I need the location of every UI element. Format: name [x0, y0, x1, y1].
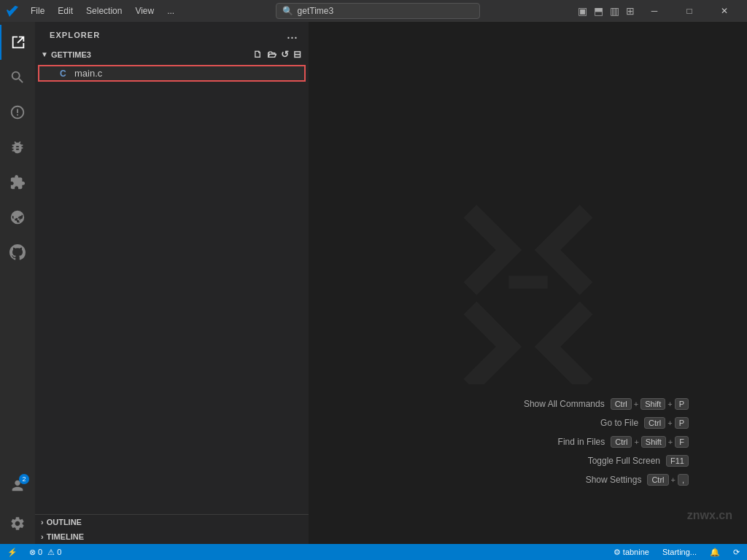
error-count: 0 — [38, 548, 42, 556]
status-bell[interactable]: 🔔 — [707, 548, 723, 557]
show-commands-label: Show All Commands — [524, 399, 605, 409]
activity-github[interactable] — [0, 235, 35, 270]
activity-git[interactable] — [0, 95, 35, 130]
search-box[interactable]: 🔍 getTime3 — [276, 3, 480, 19]
split-editor-layout[interactable]: ▥ — [607, 4, 622, 18]
show-commands-keys: Ctrl + Shift + P — [611, 398, 689, 410]
shortcut-toggle-fullscreen: Toggle Full Screen F11 — [524, 455, 689, 467]
outline-chevron — [41, 518, 44, 526]
status-remote[interactable]: ⚡ — [4, 548, 20, 557]
menu-bar: File Edit Selection View ... — [25, 4, 180, 18]
warning-icon: ⚠ — [47, 548, 55, 557]
shortcut-show-settings: Show Settings Ctrl + , — [524, 474, 689, 486]
key-comma: , — [678, 474, 689, 486]
folder-actions: 🗋 🗁 ↺ ⊟ — [252, 47, 303, 61]
new-file-icon[interactable]: 🗋 — [252, 47, 264, 61]
more-options-button[interactable]: ... — [285, 28, 300, 42]
explorer-section: ▼ GETTIME3 🗋 🗁 ↺ ⊟ C main.c — [35, 45, 309, 514]
vscode-watermark — [419, 180, 638, 386]
tabnine-label: tabnine — [623, 548, 649, 556]
toggle-panel-layout[interactable]: ⬒ — [591, 4, 605, 18]
activity-explorer[interactable] — [0, 25, 35, 60]
activity-account[interactable]: 2 — [0, 468, 35, 503]
shortcut-go-to-file: Go to File Ctrl + P — [524, 417, 689, 429]
collapse-all-icon[interactable]: ⊟ — [292, 47, 303, 61]
menu-file[interactable]: File — [25, 4, 50, 18]
activity-debug[interactable] — [0, 130, 35, 165]
key-p-2: P — [675, 417, 689, 429]
folder-name: GETTIME3 — [51, 50, 91, 59]
go-to-file-keys: Ctrl + P — [644, 417, 689, 429]
sidebar-actions: ... — [285, 28, 300, 42]
activity-search[interactable] — [0, 60, 35, 95]
menu-selection[interactable]: Selection — [80, 4, 128, 18]
shortcut-find-files: Find in Files Ctrl + Shift + F — [524, 436, 689, 448]
watermark-text: znwx.cn — [687, 509, 732, 522]
maximize-button[interactable]: □ — [673, 0, 706, 22]
collapse-icon: ▼ — [41, 50, 48, 58]
timeline-label: TIMELINE — [47, 532, 84, 541]
key-f: F — [675, 436, 689, 448]
sidebar-bottom: OUTLINE TIMELINE — [35, 514, 309, 544]
key-shift-3: Shift — [641, 436, 666, 448]
status-starting[interactable]: Starting... — [659, 548, 700, 556]
key-ctrl-3: Ctrl — [611, 436, 632, 448]
search-text: getTime3 — [298, 6, 334, 16]
app-icon — [6, 4, 19, 18]
shortcut-show-commands: Show All Commands Ctrl + Shift + P — [524, 398, 689, 410]
account-badge: 2 — [19, 474, 29, 484]
menu-more[interactable]: ... — [161, 4, 180, 18]
status-sync[interactable]: ⟳ — [730, 548, 743, 557]
shortcuts-panel: Show All Commands Ctrl + Shift + P Go to… — [524, 398, 689, 486]
folder-header[interactable]: ▼ GETTIME3 🗋 🗁 ↺ ⊟ — [35, 45, 309, 63]
new-folder-icon[interactable]: 🗁 — [266, 47, 278, 61]
key-ctrl: Ctrl — [611, 398, 632, 410]
status-tabnine[interactable]: ⚙ tabnine — [611, 548, 652, 557]
close-button[interactable]: ✕ — [708, 0, 741, 22]
activity-settings[interactable] — [0, 506, 35, 541]
window-controls: ─ □ ✕ — [638, 0, 741, 22]
titlebar: File Edit Selection View ... 🔍 getTime3 … — [0, 0, 747, 22]
show-settings-keys: Ctrl + , — [647, 474, 689, 486]
tabnine-icon: ⚙ — [614, 548, 621, 557]
key-shift: Shift — [640, 398, 665, 410]
key-f11: F11 — [666, 455, 689, 467]
outline-panel[interactable]: OUTLINE — [35, 515, 309, 529]
search-icon: 🔍 — [282, 6, 293, 16]
title-search: 🔍 getTime3 — [180, 3, 575, 19]
key-p: P — [675, 398, 689, 410]
find-files-keys: Ctrl + Shift + F — [611, 436, 689, 448]
timeline-chevron — [41, 532, 44, 541]
statusbar-right: ⚙ tabnine Starting... 🔔 ⟳ — [611, 548, 743, 557]
remote-icon: ⚡ — [7, 548, 18, 557]
main-area: 2 EXPLORER ... ▼ GETTIME3 🗋 🗁 ↺ — [0, 22, 747, 544]
timeline-panel[interactable]: TIMELINE — [35, 529, 309, 544]
statusbar-left: ⚡ ⊗ 0 ⚠ 0 — [4, 548, 64, 557]
toggle-sidebar-layout[interactable]: ▣ — [575, 4, 589, 18]
sidebar-header: EXPLORER ... — [35, 22, 309, 45]
file-name: main.c — [74, 68, 102, 79]
find-files-label: Find in Files — [558, 437, 605, 447]
key-ctrl-2: Ctrl — [644, 417, 665, 429]
status-errors[interactable]: ⊗ 0 ⚠ 0 — [26, 548, 64, 557]
menu-view[interactable]: View — [129, 4, 160, 18]
activity-bar: 2 — [0, 22, 35, 544]
activity-bottom: 2 — [0, 468, 35, 541]
toggle-fullscreen-label: Toggle Full Screen — [588, 456, 660, 466]
explorer-title: EXPLORER — [50, 31, 100, 39]
activity-remote[interactable] — [0, 200, 35, 235]
customize-layout[interactable]: ⊞ — [623, 4, 638, 18]
starting-text: Starting... — [662, 548, 697, 556]
warning-count: 0 — [57, 548, 61, 556]
minimize-button[interactable]: ─ — [638, 0, 671, 22]
menu-edit[interactable]: Edit — [52, 4, 79, 18]
refresh-icon[interactable]: ↺ — [279, 47, 290, 61]
statusbar: ⚡ ⊗ 0 ⚠ 0 ⚙ tabnine Starting... 🔔 ⟳ — [0, 544, 747, 560]
key-ctrl-4: Ctrl — [647, 474, 668, 486]
toggle-fullscreen-keys: F11 — [666, 455, 689, 467]
activity-extensions[interactable] — [0, 165, 35, 200]
file-item-main-c[interactable]: C main.c — [38, 65, 306, 82]
show-settings-label: Show Settings — [586, 475, 642, 485]
layout-buttons: ▣ ⬒ ▥ ⊞ — [575, 4, 638, 18]
error-icon: ⊗ — [29, 548, 36, 557]
